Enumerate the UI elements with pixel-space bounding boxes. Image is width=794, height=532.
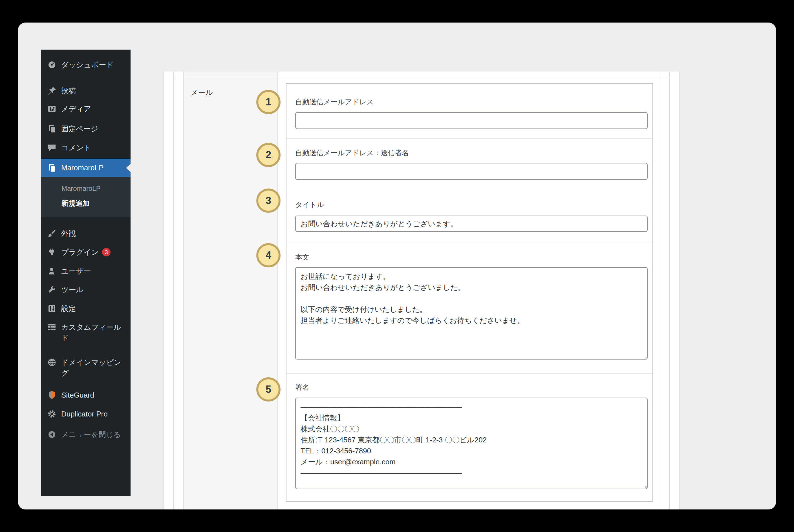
field-separator [287, 242, 652, 242]
form-left-edge [183, 72, 184, 510]
dashboard-icon [47, 60, 57, 70]
sidebar-item-duplicator-pro[interactable]: Duplicator Pro [41, 406, 131, 422]
plugins-update-badge: 3 [102, 248, 111, 256]
pages-icon [47, 124, 57, 134]
sidebar-item-users[interactable]: ユーザー [41, 263, 131, 279]
collapse-icon [47, 430, 57, 439]
sidebar-item-maromarolp[interactable]: MaromaroLP [41, 159, 131, 177]
gear-icon [47, 409, 57, 419]
field-label-signature: 署名 [295, 383, 309, 392]
postbox-left-edge [173, 72, 174, 510]
annotation-circle-3: 3 [256, 189, 280, 213]
sidebar-item-appearance[interactable]: 外観 [41, 225, 131, 241]
mail-signature-textarea[interactable]: —————————————————————— 【会社情報】 株式会社〇〇〇〇 住… [295, 398, 648, 489]
user-icon [47, 266, 57, 276]
annotation-circle-1: 1 [256, 90, 280, 114]
brush-icon [47, 229, 57, 238]
annotation-circle-2: 2 [256, 143, 280, 167]
field-label-title: タイトル [295, 200, 324, 209]
row-label-mail: メール [190, 88, 213, 97]
sidebar-item-collapse-menu[interactable]: メニューを閉じる [41, 426, 131, 442]
sidebar-item-dashboard[interactable]: ダッシュボード [41, 57, 131, 73]
wp-admin-sidebar: ダッシュボード 投稿 メディア 固定ページ コメント Maromaro [41, 50, 131, 496]
pin-icon [47, 86, 57, 96]
mail-fields-group: 自動送信メールアドレス 自動送信メールアドレス：送信者名 タイトル 本文 お世話… [286, 83, 653, 502]
submenu-item-maromarolp[interactable]: MaromaroLP [61, 185, 101, 192]
field-label-sender-name: 自動送信メールアドレス：送信者名 [295, 148, 409, 157]
postbox-right-edge [669, 72, 670, 510]
settings-icon [47, 304, 57, 314]
sidebar-item-settings[interactable]: 設定 [41, 301, 131, 317]
submenu-item-add-new[interactable]: 新規追加 [61, 199, 90, 208]
sidebar-item-media[interactable]: メディア [41, 101, 131, 117]
field-separator [287, 138, 652, 139]
plug-icon [47, 247, 57, 257]
maromarolp-submenu: MaromaroLP 新規追加 [41, 177, 131, 217]
sidebar-item-tools[interactable]: ツール [41, 282, 131, 298]
field-separator [287, 373, 652, 374]
media-icon [47, 104, 57, 114]
sender-name-input[interactable] [295, 163, 648, 180]
form-right-edge [660, 72, 660, 510]
sidebar-item-pages[interactable]: 固定ページ [41, 121, 131, 137]
auto-reply-address-input[interactable] [295, 112, 648, 129]
field-label-column [184, 72, 278, 510]
field-label-body: 本文 [295, 252, 309, 262]
pages-icon [47, 163, 57, 173]
mail-title-input[interactable] [295, 215, 648, 232]
wrench-icon [47, 285, 57, 294]
annotation-circle-4: 4 [256, 243, 280, 267]
sidebar-item-domain-mapping[interactable]: ドメインマッピング [41, 357, 131, 380]
sidebar-item-posts[interactable]: 投稿 [41, 83, 131, 99]
field-label-auto-reply-address: 自動送信メールアドレス [295, 97, 374, 107]
sidebar-item-custom-fields[interactable]: カスタムフィールド [41, 322, 131, 344]
globe-icon [47, 358, 57, 367]
shield-icon [47, 390, 57, 400]
sidebar-item-plugins[interactable]: プラグイン 3 [41, 244, 131, 260]
annotation-circle-5: 5 [256, 377, 280, 401]
sidebar-item-siteguard[interactable]: SiteGuard [41, 387, 131, 403]
sidebar-item-comments[interactable]: コメント [41, 140, 131, 155]
row-separator [173, 78, 670, 78]
table-icon [47, 322, 57, 332]
field-separator [287, 190, 652, 190]
current-menu-arrow [126, 164, 131, 172]
comment-icon [47, 143, 57, 152]
mail-body-textarea[interactable]: お世話になっております。 お問い合わせいただきありがとうございました。 以下の内… [295, 267, 648, 360]
browser-window: ダッシュボード 投稿 メディア 固定ページ コメント Maromaro [18, 22, 776, 510]
